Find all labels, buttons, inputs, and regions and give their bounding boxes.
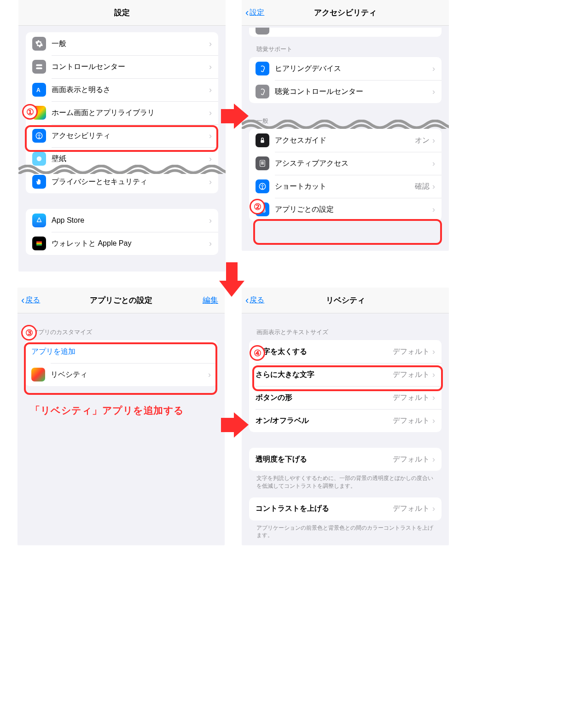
row-audio-control[interactable]: 聴覚コントロールセンター › [249,80,442,103]
appstore-icon [32,214,46,227]
navbar: ‹ 戻る アプリごとの設定 編集 [17,288,225,313]
svg-marker-18 [219,262,244,297]
section-header-hearing: 聴覚サポート [242,37,449,57]
nav-title: アクセシビリティ [314,7,377,18]
navbar: ‹ 設定 アクセシビリティ [242,0,449,26]
row-on-off-labels[interactable]: オン/オフラベル デフォルト › [249,409,442,432]
nav-title: リベシティ [326,295,365,306]
row-value: デフォルト [393,370,430,380]
svg-point-4 [39,133,40,134]
chevron-right-icon: › [432,370,435,380]
badge-2: ② [250,199,265,214]
row-label: プライバシーとセキュリティ [52,177,209,187]
chevron-left-icon: ‹ [21,295,24,306]
svg-point-5 [37,156,42,162]
settings-panel: 設定 一般 › コントロールセンター › A 画面表示と明るさ › ホーム画面と… [18,0,226,272]
row-increase-contrast[interactable]: コントラストを上げる デフォルト › [249,497,442,520]
row-general[interactable]: 一般 › [26,32,218,55]
badge-1: ① [22,104,38,120]
ear-icon [256,62,269,75]
row-label: さらに大きな文字 [256,370,393,380]
svg-rect-12 [261,163,264,164]
row-shortcut[interactable]: ショートカット 確認 › [249,175,442,198]
row-guided-access[interactable]: アクセスガイド オン › [249,129,442,152]
edit-button[interactable]: 編集 [203,295,218,306]
chevron-right-icon: › [209,154,212,164]
row-label: ショートカット [275,182,415,191]
svg-rect-7 [36,243,42,244]
chevron-left-icon: ‹ [245,295,249,306]
chevron-right-icon: › [432,136,435,145]
row-button-shapes[interactable]: ボタンの形 デフォルト › [249,386,442,409]
settings-group-2: App Store › ウォレットと Apple Pay › [26,209,218,255]
navbar: 設定 [18,0,226,26]
row-label: コントロールセンター [52,62,209,72]
back-button[interactable]: ‹ 戻る [245,295,264,306]
row-partial[interactable] [249,28,442,37]
ear-control-icon [256,85,269,98]
row-accessibility[interactable]: アクセシビリティ › [26,124,218,147]
chevron-right-icon: › [432,393,435,403]
lock-icon [256,133,269,147]
row-label: 画面表示と明るさ [52,85,209,95]
row-label: 透明度を下げる [256,455,393,464]
row-add-app[interactable]: アプリを追加 [25,340,217,363]
back-button[interactable]: ‹ 戻る [21,295,40,306]
chevron-right-icon: › [432,205,435,214]
display-icon: A [32,83,46,97]
row-value: デフォルト [393,416,430,426]
row-label: ウォレットと Apple Pay [52,239,209,248]
libecity-panel: ‹ 戻る リベシティ 画面表示とテキストサイズ 文字を太くする デフォルト › … [242,288,449,545]
contrast-group: コントラストを上げる デフォルト › [249,497,442,520]
row-wallet[interactable]: ウォレットと Apple Pay › [26,232,218,255]
row-label: リベシティ [51,370,208,380]
chevron-right-icon: › [209,108,212,118]
row-label: コントラストを上げる [256,504,393,514]
chevron-right-icon: › [209,177,212,187]
row-app-store[interactable]: App Store › [26,209,218,232]
assistive-icon [256,156,269,170]
back-label: 戻る [25,295,40,305]
row-label: 文字を太くする [256,347,393,357]
apps-group: アプリを追加 リベシティ › [25,340,217,386]
hand-icon [32,175,46,189]
row-label: アプリを追加 [31,347,211,357]
chevron-right-icon: › [209,216,212,225]
row-hearing-devices[interactable]: ヒアリングデバイス › [249,57,442,80]
row-control-center[interactable]: コントロールセンター › [26,55,218,78]
chevron-left-icon: ‹ [245,7,249,19]
row-value: デフォルト [393,347,430,357]
row-label: オン/オフラベル [256,416,393,426]
arrow-down [219,262,244,297]
row-label: アクセシビリティ [52,131,209,141]
svg-rect-9 [261,140,264,143]
chevron-right-icon: › [432,182,435,191]
transparency-group: 透明度を下げる デフォルト › [249,448,442,471]
chevron-right-icon: › [432,455,435,464]
row-per-app[interactable]: アプリごとの設定 › [249,198,442,221]
row-label: アクセスガイド [275,136,415,145]
row-value: デフォルト [393,393,430,403]
row-label: 壁紙 [52,154,209,164]
back-label: 戻る [250,295,264,305]
chevron-right-icon: › [209,239,212,248]
row-reduce-transparency[interactable]: 透明度を下げる デフォルト › [249,448,442,471]
wavy-cut-1 [18,165,226,174]
row-label: ボタンの形 [256,393,393,403]
wavy-cut-2 [242,120,449,129]
chevron-right-icon: › [432,87,435,97]
svg-rect-0 [36,64,42,66]
row-libecity[interactable]: リベシティ › [25,363,217,386]
row-bold-text[interactable]: 文字を太くする デフォルト › [249,340,442,363]
svg-marker-19 [221,412,249,438]
row-display[interactable]: A 画面表示と明るさ › [26,78,218,101]
back-button[interactable]: ‹ 設定 [245,7,264,19]
chevron-right-icon: › [209,131,212,141]
row-assistive-access[interactable]: アシスティブアクセス › [249,152,442,175]
wallet-icon [32,237,46,250]
row-larger-text[interactable]: さらに大きな文字 デフォルト › [249,363,442,386]
svg-rect-8 [36,244,42,246]
row-value: 確認 [415,182,430,191]
row-value: デフォルト [393,504,430,514]
row-home-screen[interactable]: ホーム画面とアプリライブラリ › [26,101,218,124]
